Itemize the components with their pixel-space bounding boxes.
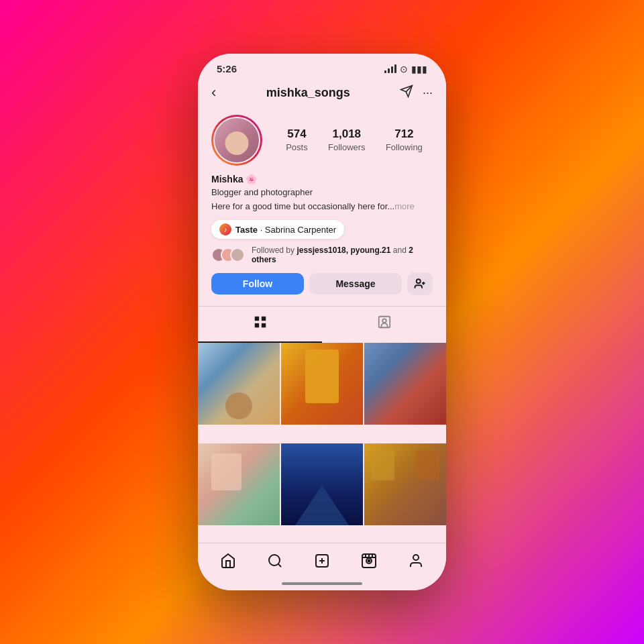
nav-username: mishka_songs — [266, 86, 350, 100]
nav-add[interactable] — [306, 550, 338, 572]
profile-bio-line1: Blogger and photographer — [211, 186, 433, 199]
svg-line-12 — [278, 564, 281, 567]
posts-label: Posts — [286, 142, 308, 152]
photo-cell-5[interactable] — [281, 443, 363, 525]
profile-section: 574 Posts 1,018 Followers 712 Following … — [198, 108, 446, 306]
svg-rect-6 — [261, 317, 265, 321]
nav-bar: ‹ mishka_songs ··· — [198, 80, 446, 108]
signal-icon — [384, 64, 396, 73]
stat-following[interactable]: 712 Following — [386, 127, 423, 153]
bottom-nav — [198, 543, 446, 577]
photo-cell-1[interactable] — [198, 343, 280, 425]
nav-actions: ··· — [400, 85, 433, 101]
home-indicator — [198, 577, 446, 590]
nav-profile[interactable] — [400, 550, 432, 572]
photo-grid — [198, 343, 446, 543]
more-options-icon[interactable]: ··· — [423, 86, 433, 100]
wifi-icon: ⊙ — [400, 64, 408, 74]
music-pill[interactable]: ♪ Taste · Sabrina Carpenter — [211, 220, 344, 239]
status-bar: 5:26 ⊙ ▮▮▮ — [198, 54, 446, 80]
svg-rect-8 — [261, 323, 265, 327]
home-bar — [282, 582, 362, 585]
tagged-icon — [377, 315, 392, 333]
profile-bio-line2: Here for a good time but occasionally he… — [211, 201, 433, 213]
stat-followers: 1,018 Followers — [328, 127, 366, 153]
mutual-avatar-3 — [230, 248, 245, 262]
follow-button[interactable]: Follow — [211, 273, 304, 294]
photo-cell-3[interactable] — [364, 343, 446, 425]
grid-icon — [253, 315, 268, 333]
followers-label: Followers — [328, 142, 366, 152]
nav-search[interactable] — [259, 550, 291, 572]
profile-name: Mishka 🌸 — [211, 174, 433, 184]
followers-count: 1,018 — [328, 127, 366, 141]
svg-point-2 — [417, 280, 421, 284]
stat-posts: 574 Posts — [286, 127, 308, 153]
bio-more[interactable]: more — [394, 201, 415, 211]
profile-tabs — [198, 306, 446, 343]
profile-top: 574 Posts 1,018 Followers 712 Following — [211, 115, 433, 166]
music-artist: Sabrina Carpenter — [265, 225, 336, 235]
phone-frame: 5:26 ⊙ ▮▮▮ ‹ mishka_songs ··· — [198, 54, 446, 590]
avatar-wrapper — [211, 115, 262, 166]
photo-cell-6[interactable] — [364, 443, 446, 525]
mutual-usernames: jessjess1018, pyoung.21 — [297, 246, 390, 255]
mutual-text: Followed by jessjess1018, pyoung.21 and … — [252, 246, 433, 264]
following-count: 712 — [386, 127, 423, 141]
nav-home[interactable] — [212, 550, 244, 572]
avatar — [213, 117, 260, 164]
message-button[interactable]: Message — [309, 273, 402, 294]
direct-icon[interactable] — [400, 85, 413, 101]
status-icons: ⊙ ▮▮▮ — [384, 64, 427, 74]
stats: 574 Posts 1,018 Followers 712 Following — [276, 127, 433, 153]
music-song: Taste · Sabrina Carpenter — [235, 225, 336, 235]
back-button[interactable]: ‹ — [211, 84, 216, 101]
music-icon: ♪ — [219, 223, 231, 235]
nav-reels[interactable] — [353, 550, 385, 572]
posts-count: 574 — [286, 127, 308, 141]
svg-rect-7 — [254, 323, 258, 327]
add-friend-button[interactable] — [407, 272, 433, 295]
following-label: Following — [386, 142, 423, 152]
mutual-followers: Followed by jessjess1018, pyoung.21 and … — [211, 246, 433, 264]
photo-cell-4[interactable] — [198, 443, 280, 525]
mutual-avatars — [211, 248, 239, 262]
tab-grid[interactable] — [198, 307, 322, 343]
svg-point-11 — [269, 555, 280, 566]
svg-rect-5 — [254, 317, 258, 321]
avatar-image — [215, 118, 259, 162]
tab-tagged[interactable] — [322, 307, 446, 343]
svg-point-23 — [413, 555, 419, 560]
music-separator: · — [260, 225, 265, 235]
svg-point-10 — [382, 319, 386, 323]
battery-icon: ▮▮▮ — [411, 64, 427, 74]
action-buttons: Follow Message — [211, 272, 433, 295]
photo-cell-2[interactable] — [281, 343, 363, 425]
status-time: 5:26 — [217, 63, 237, 74]
svg-point-18 — [368, 560, 370, 562]
